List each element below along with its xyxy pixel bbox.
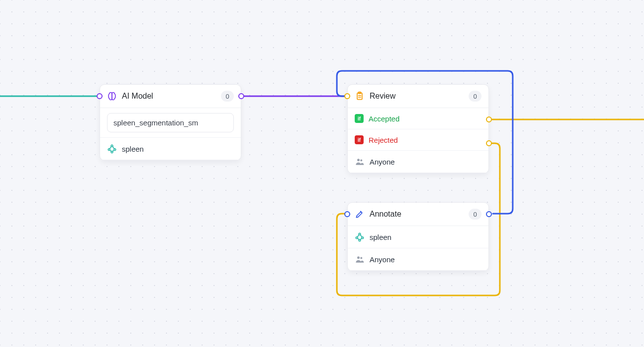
- port-out-accepted[interactable]: [486, 116, 492, 122]
- svg-point-1: [108, 149, 110, 151]
- svg-point-2: [114, 149, 116, 151]
- assignee-label: Anyone: [370, 255, 395, 264]
- model-name-chip[interactable]: spleen_segmentation_sm: [107, 113, 234, 132]
- node-annotate[interactable]: Annotate 0 spleen Anyone: [347, 202, 489, 271]
- node-title: AI Model: [122, 92, 216, 101]
- port-out-rejected[interactable]: [486, 140, 492, 146]
- clipboard-icon: [355, 91, 365, 101]
- tag-label: spleen: [122, 145, 144, 153]
- pencil-icon: [355, 209, 365, 219]
- users-icon: [355, 157, 365, 167]
- svg-point-12: [357, 256, 360, 259]
- node-header[interactable]: Review 0: [348, 85, 488, 108]
- node-ai-model[interactable]: AI Model 0 spleen_segmentation_sm spleen: [100, 84, 241, 161]
- tag-label: spleen: [370, 233, 391, 241]
- count-badge: 0: [469, 91, 482, 102]
- node-header[interactable]: Annotate 0: [348, 203, 488, 226]
- svg-point-7: [360, 160, 362, 162]
- condition-accepted-row[interactable]: if Accepted: [348, 108, 488, 129]
- port-in[interactable]: [97, 93, 103, 99]
- tag-row[interactable]: spleen: [348, 226, 488, 248]
- port-out[interactable]: [238, 93, 244, 99]
- accepted-label: Accepted: [369, 115, 400, 123]
- node-header[interactable]: AI Model 0: [100, 85, 241, 108]
- node-title: Review: [370, 92, 464, 101]
- svg-point-10: [362, 237, 364, 239]
- port-in[interactable]: [344, 93, 350, 99]
- node-title: Annotate: [370, 210, 464, 219]
- node-review[interactable]: Review 0 if Accepted if Rejected Anyone: [347, 84, 489, 174]
- port-out[interactable]: [486, 211, 492, 217]
- ontology-icon: [107, 144, 117, 154]
- users-icon: [355, 254, 365, 264]
- assignee-row[interactable]: Anyone: [348, 248, 488, 271]
- model-row[interactable]: spleen_segmentation_sm: [100, 108, 241, 138]
- if-badge-icon: if: [355, 135, 364, 144]
- brain-icon: [107, 91, 117, 101]
- workflow-canvas[interactable]: AI Model 0 spleen_segmentation_sm spleen: [0, 0, 644, 347]
- svg-point-6: [357, 159, 360, 161]
- count-badge: 0: [469, 209, 482, 220]
- rejected-label: Rejected: [369, 136, 398, 144]
- if-badge-icon: if: [355, 114, 364, 123]
- tag-row[interactable]: spleen: [100, 138, 241, 160]
- assignee-label: Anyone: [370, 158, 395, 166]
- svg-point-9: [356, 237, 358, 239]
- port-in[interactable]: [344, 211, 350, 217]
- connection-wires: [0, 0, 644, 347]
- assignee-row[interactable]: Anyone: [348, 151, 488, 173]
- count-badge: 0: [221, 91, 234, 102]
- condition-rejected-row[interactable]: if Rejected: [348, 129, 488, 151]
- svg-point-13: [360, 257, 362, 259]
- ontology-icon: [355, 232, 365, 242]
